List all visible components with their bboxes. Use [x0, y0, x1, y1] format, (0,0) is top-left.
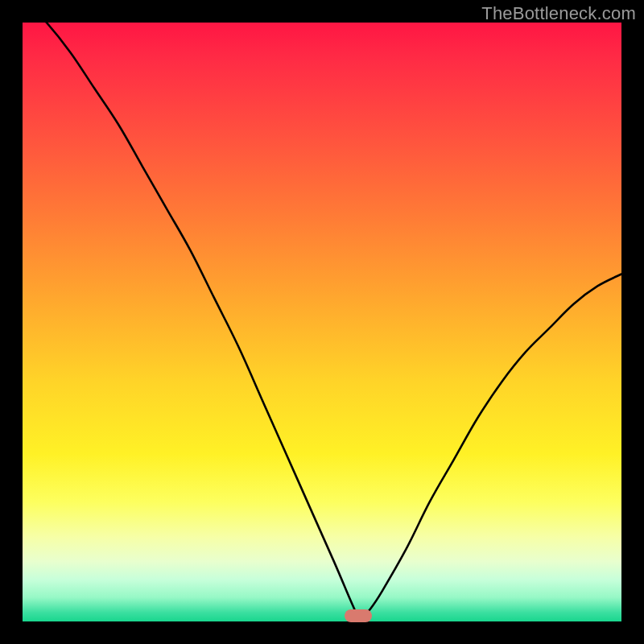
plot-area: [23, 23, 621, 621]
chart-frame: TheBottleneck.com: [0, 0, 644, 644]
bottleneck-curve: [23, 23, 621, 621]
optimal-point-marker: [345, 609, 372, 622]
watermark-text: TheBottleneck.com: [481, 3, 636, 24]
